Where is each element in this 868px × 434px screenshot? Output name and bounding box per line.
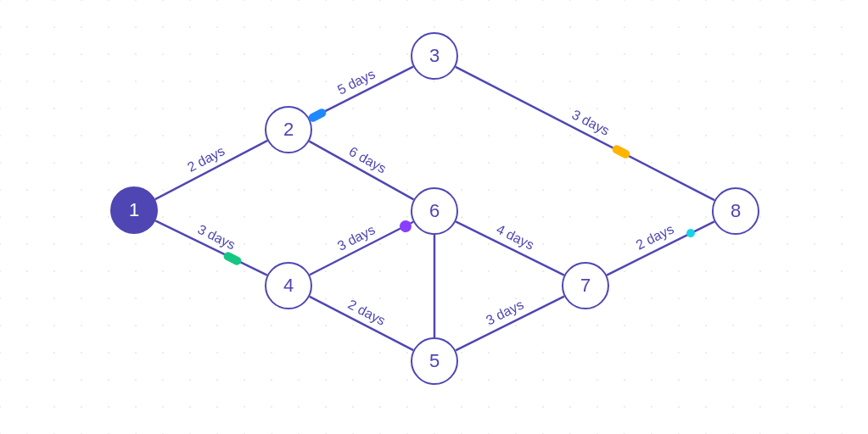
node-1: 1 <box>110 186 158 234</box>
node-3: 3 <box>411 32 458 80</box>
node-2-label: 2 <box>283 119 294 141</box>
node-5-label: 5 <box>429 350 440 372</box>
node-7-label: 7 <box>580 275 591 297</box>
node-6-label: 6 <box>429 200 440 222</box>
node-3-label: 3 <box>429 45 440 67</box>
node-2: 2 <box>265 106 312 153</box>
node-5: 5 <box>411 337 458 385</box>
node-8-label: 8 <box>731 200 741 222</box>
node-6: 6 <box>411 187 458 235</box>
node-1-label: 1 <box>129 199 139 221</box>
diagram-canvas: { "colors":{ "ink":"#4f46b3", "marker_bl… <box>0 0 868 434</box>
edge-3-8 <box>456 67 714 200</box>
node-4-label: 4 <box>283 275 294 297</box>
node-7: 7 <box>562 262 609 309</box>
node-8: 8 <box>712 187 759 235</box>
node-4: 4 <box>265 262 312 309</box>
